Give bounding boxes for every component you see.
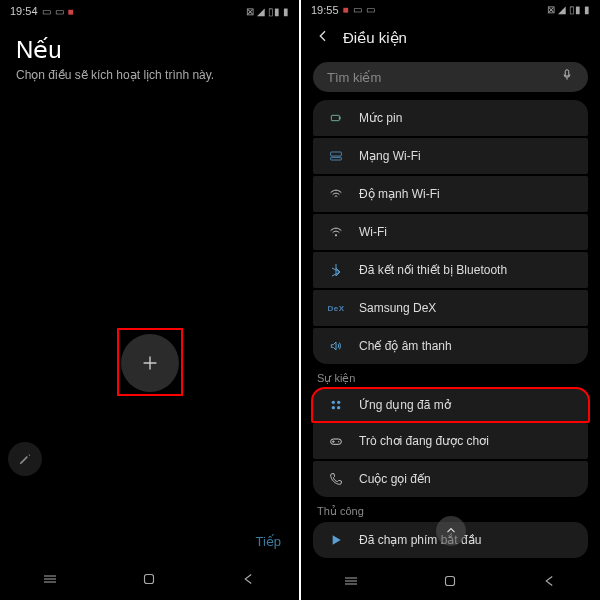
apps-icon [327, 396, 345, 414]
list-item-label: Samsung DeX [359, 301, 436, 315]
phone-icon [327, 470, 345, 488]
footer: Tiếp [0, 532, 299, 558]
list-item-wifi-strength[interactable]: Độ mạnh Wi-Fi [313, 176, 588, 212]
status-bar: 19:54 ▭ ▭ ■ ⊠ ◢ ▯▮ ▮ [0, 0, 299, 22]
svg-rect-4 [331, 158, 342, 161]
status-icon: ▭ [42, 6, 51, 17]
nav-bar [0, 558, 299, 600]
back-button[interactable] [315, 28, 331, 48]
wifi-network-icon [327, 147, 345, 165]
page-subtitle: Chọn điều sẽ kích hoạt lịch trình này. [16, 68, 283, 82]
search-placeholder: Tìm kiếm [327, 70, 381, 85]
nfc-icon: ⊠ [246, 6, 254, 17]
nfc-icon: ⊠ [547, 4, 555, 15]
svg-point-7 [337, 401, 340, 404]
svg-rect-0 [145, 575, 154, 584]
svg-rect-12 [446, 577, 455, 586]
nav-recent[interactable] [30, 569, 70, 589]
svg-rect-1 [331, 116, 339, 121]
status-icon: ▭ [55, 6, 64, 17]
battery-icon: ▮ [283, 6, 289, 17]
wifi-icon: ◢ [558, 4, 566, 15]
svg-point-9 [337, 406, 340, 409]
nav-back[interactable] [229, 569, 269, 589]
list-item-app-opened[interactable]: Ứng dụng đã mở [311, 387, 590, 423]
svg-rect-2 [339, 117, 340, 120]
screen-if-condition: 19:54 ▭ ▭ ■ ⊠ ◢ ▯▮ ▮ Nếu Chọn điều sẽ kí… [0, 0, 299, 600]
svg-point-5 [335, 235, 337, 237]
status-icon: ▭ [353, 4, 362, 15]
status-time: 19:55 [311, 4, 339, 16]
page-title: Nếu [16, 36, 283, 64]
nav-bar [301, 562, 600, 600]
battery-icon: ▮ [584, 4, 590, 15]
gamepad-icon [327, 432, 345, 450]
status-bar: 19:55 ■ ▭ ▭ ⊠ ◢ ▯▮ ▮ [301, 0, 600, 20]
page-header: Điều kiện [301, 20, 600, 56]
dex-icon: DeX [327, 299, 345, 317]
list-item-label: Wi-Fi [359, 225, 387, 239]
list-item-wifi[interactable]: Wi-Fi [313, 214, 588, 250]
status-icon: ■ [68, 6, 74, 17]
wifi-icon [327, 223, 345, 241]
list-item-sound[interactable]: Chế độ âm thanh [313, 328, 588, 364]
list-item-label: Đã kết nối thiết bị Bluetooth [359, 263, 507, 277]
condition-list-events: Ứng dụng đã mở Trò chơi đang được chơi C… [301, 389, 600, 497]
svg-rect-3 [331, 152, 342, 156]
list-item-label: Ứng dụng đã mở [359, 398, 451, 412]
status-icon: ■ [343, 4, 349, 15]
sound-icon [327, 337, 345, 355]
signal-icon: ▯▮ [569, 4, 581, 15]
scroll-to-top-button[interactable] [436, 516, 466, 546]
wifi-icon: ◢ [257, 6, 265, 17]
list-item-bluetooth[interactable]: Đã kết nối thiết bị Bluetooth [313, 252, 588, 288]
wifi-strength-icon [327, 185, 345, 203]
list-item-label: Cuộc gọi đến [359, 472, 431, 486]
list-item-label: Chế độ âm thanh [359, 339, 452, 353]
list-item-label: Mạng Wi-Fi [359, 149, 421, 163]
bluetooth-icon [327, 261, 345, 279]
next-button[interactable]: Tiếp [255, 534, 281, 549]
play-icon [327, 531, 345, 549]
condition-list-status: Mức pin Mạng Wi-Fi Độ mạnh Wi-Fi Wi-Fi Đ… [301, 100, 600, 364]
nav-home[interactable] [430, 571, 470, 591]
highlight-annotation [117, 328, 183, 396]
list-item-label: Trò chơi đang được chơi [359, 434, 489, 448]
section-label-events: Sự kiện [301, 364, 600, 389]
battery-icon [327, 109, 345, 127]
list-item-label: Mức pin [359, 111, 402, 125]
svg-point-8 [332, 406, 335, 409]
page-header: Nếu Chọn điều sẽ kích hoạt lịch trình nà… [0, 22, 299, 86]
page-title: Điều kiện [343, 29, 407, 47]
signal-icon: ▯▮ [268, 6, 280, 17]
content-area [0, 86, 299, 532]
list-item-wifi-network[interactable]: Mạng Wi-Fi [313, 138, 588, 174]
screen-condition-list: 19:55 ■ ▭ ▭ ⊠ ◢ ▯▮ ▮ Điều kiện Tìm kiếm … [301, 0, 600, 600]
nav-recent[interactable] [331, 571, 371, 591]
list-item-incoming-call[interactable]: Cuộc gọi đến [313, 461, 588, 497]
search-input[interactable]: Tìm kiếm [313, 62, 588, 93]
nav-home[interactable] [129, 569, 169, 589]
list-item-battery[interactable]: Mức pin [313, 100, 588, 136]
nav-back[interactable] [530, 571, 570, 591]
status-time: 19:54 [10, 5, 38, 17]
mic-icon[interactable] [560, 68, 574, 86]
list-item-label: Độ mạnh Wi-Fi [359, 187, 440, 201]
status-icon: ▭ [366, 4, 375, 15]
edit-fab[interactable] [8, 442, 42, 476]
list-item-dex[interactable]: DeX Samsung DeX [313, 290, 588, 326]
svg-point-11 [338, 441, 339, 442]
list-item-game-playing[interactable]: Trò chơi đang được chơi [313, 423, 588, 459]
svg-point-6 [332, 401, 335, 404]
